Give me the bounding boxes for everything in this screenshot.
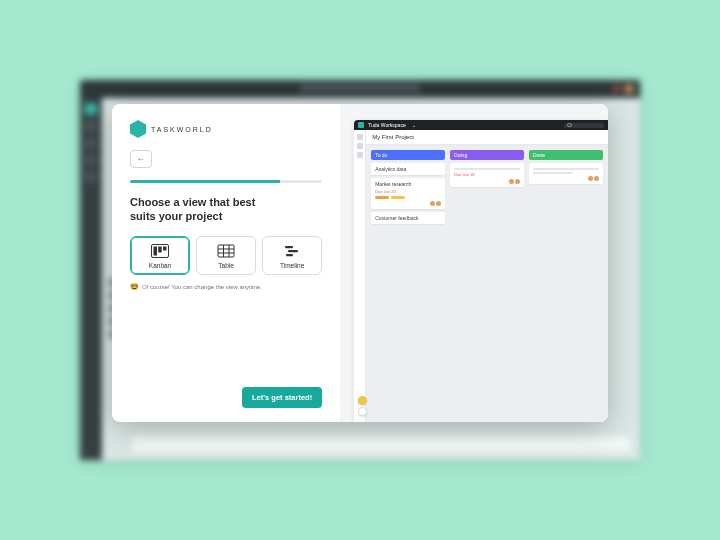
task-due: Due Jan 20 xyxy=(375,189,441,194)
task-title: Market research xyxy=(375,181,411,187)
svg-rect-10 xyxy=(288,250,298,252)
preview-workspace-name: Tuda Workspace xyxy=(368,122,406,128)
kanban-icon xyxy=(151,244,169,258)
task-card xyxy=(529,163,603,184)
avatar-icon xyxy=(436,201,441,206)
column-done: Done xyxy=(529,150,603,184)
back-button[interactable]: ← xyxy=(130,150,152,168)
task-card: Customer feedback xyxy=(371,212,445,224)
brand-name: TASKWORLD xyxy=(151,126,213,133)
help-fab-icon xyxy=(358,407,367,416)
preview-topbar: Tuda Workspace ⌄ xyxy=(354,120,608,130)
column-doing: Doing Due Jan 18 xyxy=(450,150,524,187)
preview-floating-buttons xyxy=(358,396,367,416)
preview-app: Tuda Workspace ⌄ My First Project xyxy=(354,120,608,422)
task-card: Analytics data xyxy=(371,163,445,175)
preview-leftrail xyxy=(354,130,366,422)
list-icon xyxy=(357,152,363,158)
avatar-icon xyxy=(594,176,599,181)
svg-rect-11 xyxy=(286,254,293,256)
svg-rect-9 xyxy=(285,246,293,248)
task-title: Analytics data xyxy=(375,166,406,172)
wizard-hint: 🤓 Of course! You can change the view any… xyxy=(130,283,322,291)
preview-pane: Tuda Workspace ⌄ My First Project xyxy=(340,104,608,422)
preview-logo-icon xyxy=(358,122,364,128)
get-started-button[interactable]: Let's get started! xyxy=(242,387,322,408)
column-todo: To do Analytics data Market research Due… xyxy=(371,150,445,224)
avatar-icon xyxy=(509,179,514,184)
folder-icon xyxy=(357,143,363,149)
wizard-heading: Choose a view that best suits your proje… xyxy=(130,195,280,224)
brand-logo-icon xyxy=(130,120,146,138)
onboarding-modal: TASKWORLD ← Choose a view that best suit… xyxy=(112,104,608,422)
home-icon xyxy=(357,134,363,140)
table-icon xyxy=(217,244,235,258)
task-title: Customer feedback xyxy=(375,215,418,221)
view-option-table[interactable]: Table xyxy=(196,236,256,275)
task-card: Market research Due Jan 20 xyxy=(371,178,445,209)
view-option-label: Timeline xyxy=(280,262,304,269)
view-option-timeline[interactable]: Timeline xyxy=(262,236,322,275)
view-options: Kanban Table Timeline xyxy=(130,236,322,275)
chat-fab-icon xyxy=(358,396,367,405)
svg-rect-3 xyxy=(163,246,167,250)
progress-bar xyxy=(130,180,322,183)
view-option-label: Kanban xyxy=(149,262,171,269)
column-header: To do xyxy=(371,150,445,160)
timeline-icon xyxy=(283,244,301,258)
chevron-down-icon: ⌄ xyxy=(412,122,416,128)
view-option-label: Table xyxy=(218,262,234,269)
brand: TASKWORLD xyxy=(130,120,322,138)
svg-rect-1 xyxy=(154,246,158,255)
column-header: Done xyxy=(529,150,603,160)
task-due: Due Jan 18 xyxy=(454,172,520,177)
view-option-kanban[interactable]: Kanban xyxy=(130,236,190,275)
progress-fill xyxy=(130,180,280,183)
preview-search xyxy=(564,123,604,128)
preview-project-title: My First Project xyxy=(366,130,608,145)
preview-board: To do Analytics data Market research Due… xyxy=(366,145,608,422)
column-header: Doing xyxy=(450,150,524,160)
avatar-icon xyxy=(430,201,435,206)
nerd-face-icon: 🤓 xyxy=(130,283,139,291)
wizard-pane: TASKWORLD ← Choose a view that best suit… xyxy=(112,104,340,422)
task-card: Due Jan 18 xyxy=(450,163,524,187)
avatar-icon xyxy=(588,176,593,181)
avatar-icon xyxy=(515,179,520,184)
arrow-left-icon: ← xyxy=(137,154,146,164)
svg-rect-4 xyxy=(218,245,234,257)
wizard-hint-text: Of course! You can change the view anyti… xyxy=(142,284,262,290)
svg-rect-2 xyxy=(158,246,162,252)
